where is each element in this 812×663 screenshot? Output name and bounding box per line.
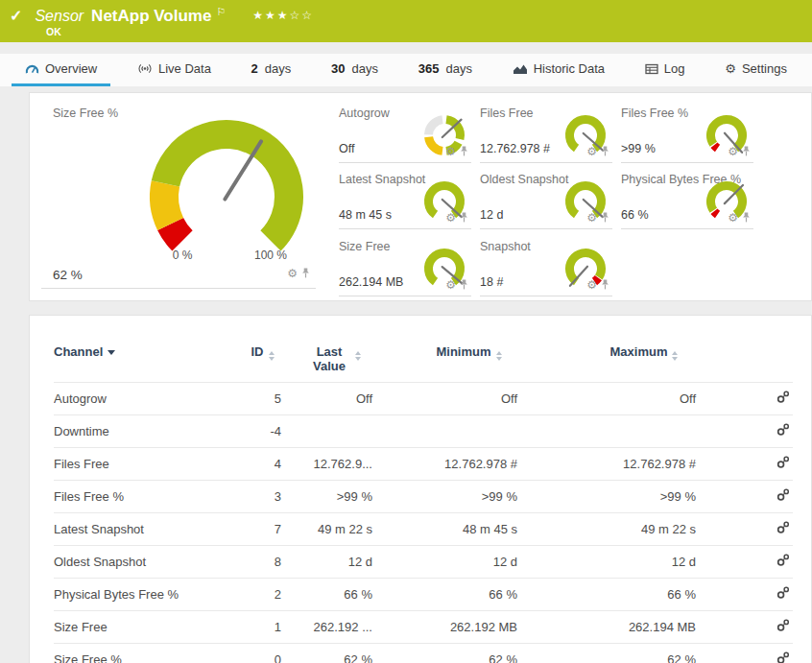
cell-last-value: 262.192 ... [289, 611, 380, 644]
tab-live-data[interactable]: Live Data [124, 54, 225, 86]
cell-minimum [380, 415, 558, 448]
pin-icon[interactable] [742, 143, 751, 160]
gear-icon[interactable]: ⚙ [445, 146, 456, 157]
pin-icon[interactable] [460, 209, 468, 226]
table-row-autogrow[interactable]: Autogrow5OffOffOff [54, 383, 793, 415]
cell-minimum: 262.192 MB [380, 611, 558, 644]
cell-minimum: 62 % [380, 644, 558, 663]
gauge-cell-physical-bytes-free-pct: Physical Bytes Free %66 %⚙ [621, 173, 753, 229]
cell-maximum: 262.194 MB [558, 611, 730, 644]
cell-id: 8 [236, 546, 289, 579]
channel-settings-icon[interactable] [776, 520, 791, 534]
tab-2-days[interactable]: 2days [238, 54, 305, 86]
tab-number: 30 [331, 61, 345, 76]
pin-icon[interactable] [601, 143, 609, 160]
channel-settings-icon[interactable] [776, 618, 791, 632]
column-header-channel[interactable]: Channel [54, 344, 236, 383]
table-row-files-free[interactable]: Files Free %3>99 %>99 %>99 % [54, 481, 793, 513]
gauge-value: 12.762.978 # [480, 142, 550, 155]
cell-channel: Size Free % [54, 644, 236, 663]
gear-icon[interactable]: ⚙ [586, 279, 597, 291]
column-label: ID [251, 344, 264, 359]
gauge-label: Files Free [480, 107, 534, 120]
cell-id: 1 [236, 611, 289, 644]
tab-30-days[interactable]: 30days [318, 54, 392, 86]
column-header-last-value[interactable]: Last Value [289, 344, 380, 383]
sort-icon[interactable] [355, 351, 361, 361]
gauge-cell-oldest-snapshot: Oldest Snapshot12 d⚙ [480, 173, 612, 229]
column-header-maximum[interactable]: Maximum [558, 344, 730, 383]
cell-last-value: 12.762.9... [289, 448, 380, 481]
gauge-value: 18 # [480, 275, 503, 289]
sort-icon[interactable] [672, 351, 678, 361]
cell-minimum: 12.762.978 # [380, 448, 558, 481]
log-icon [645, 63, 658, 75]
pin-icon[interactable] [601, 276, 609, 294]
tab-label: days [352, 61, 378, 76]
cell-minimum: 12 d [380, 546, 558, 579]
gear-icon[interactable]: ⚙ [728, 212, 738, 224]
gear-icon[interactable]: ⚙ [287, 268, 298, 279]
channel-settings-icon[interactable] [776, 585, 791, 600]
flag-icon[interactable]: ⚐ [216, 6, 226, 18]
table-row-latest-snapshot[interactable]: Latest Snapshot749 m 22 s48 m 45 s49 m 2… [54, 513, 793, 546]
gear-icon[interactable]: ⚙ [586, 146, 597, 157]
table-row-size-free[interactable]: Size Free1262.192 ...262.192 MB262.194 M… [54, 611, 793, 644]
column-header-minimum[interactable]: Minimum [380, 344, 558, 383]
pin-icon[interactable] [601, 209, 609, 226]
sensor-header: ✓ Sensor NetApp Volume ⚐ ★★★☆☆ OK [0, 0, 812, 42]
table-row-oldest-snapshot[interactable]: Oldest Snapshot812 d12 d12 d [54, 546, 793, 579]
gauge-cell-latest-snapshot: Latest Snapshot48 m 45 s⚙ [339, 173, 471, 229]
cell-channel: Latest Snapshot [54, 513, 236, 546]
pin-icon[interactable] [460, 143, 468, 160]
channel-settings-icon[interactable] [776, 455, 791, 469]
tab-settings[interactable]: ⚙Settings [711, 54, 800, 86]
table-row-downtime[interactable]: Downtime-4 [54, 415, 793, 448]
tab-label: Log [664, 61, 685, 76]
tab-label: Historic Data [534, 61, 605, 76]
cell-last-value: 62 % [289, 644, 380, 663]
sort-icon[interactable] [107, 350, 115, 355]
cell-last-value: Off [289, 383, 380, 415]
column-header-id[interactable]: ID [236, 344, 289, 383]
gear-icon[interactable]: ⚙ [728, 146, 738, 157]
gear-icon[interactable]: ⚙ [586, 212, 597, 224]
table-row-physical-bytes-free[interactable]: Physical Bytes Free %266 %66 %66 % [54, 579, 793, 611]
pin-icon[interactable] [460, 276, 468, 294]
gauge-cell-autogrow: AutogrowOff⚙ [339, 107, 471, 163]
sort-icon[interactable] [496, 351, 502, 361]
tab-log[interactable]: Log [632, 54, 699, 86]
sort-icon[interactable] [269, 351, 275, 361]
gauge-value: Off [339, 142, 354, 155]
table-row-size-free[interactable]: Size Free %062 %62 %62 % [54, 644, 793, 663]
cell-minimum: >99 % [380, 481, 558, 513]
gauge-label: Snapshot [480, 240, 531, 253]
channel-settings-icon[interactable] [776, 487, 791, 502]
tab-historic-data[interactable]: Historic Data [499, 54, 618, 86]
cell-last-value: 12 d [289, 546, 380, 579]
cell-channel: Downtime [54, 415, 236, 448]
gauge-max-label: 100 % [254, 249, 287, 262]
cell-last-value: >99 % [289, 481, 380, 513]
pin-icon[interactable] [301, 265, 310, 282]
gauge-value: 262.194 MB [339, 275, 403, 289]
tab-overview[interactable]: Overview [12, 54, 110, 86]
gauge-cell-files-free: Files Free12.762.978 #⚙ [480, 107, 612, 163]
tab-365-days[interactable]: 365days [405, 54, 486, 86]
star-rating[interactable]: ★★★☆☆ [252, 9, 314, 22]
gauge-label: Size Free % [53, 107, 118, 120]
column-header-actions [730, 344, 793, 383]
pin-icon[interactable] [742, 209, 751, 226]
cell-maximum: 12 d [558, 546, 730, 579]
channel-settings-icon[interactable] [776, 553, 791, 567]
gauge-label: Oldest Snapshot [480, 173, 568, 186]
settings-icon: ⚙ [725, 62, 736, 75]
gauge-value: 48 m 45 s [339, 208, 392, 222]
table-row-files-free[interactable]: Files Free412.762.9...12.762.978 #12.762… [54, 448, 793, 481]
gear-icon[interactable]: ⚙ [445, 212, 456, 224]
channel-settings-icon[interactable] [776, 651, 791, 663]
gear-icon[interactable]: ⚙ [445, 279, 456, 291]
channel-settings-icon[interactable] [776, 422, 791, 437]
channel-settings-icon[interactable] [776, 390, 791, 404]
column-label: Minimum [436, 344, 490, 359]
